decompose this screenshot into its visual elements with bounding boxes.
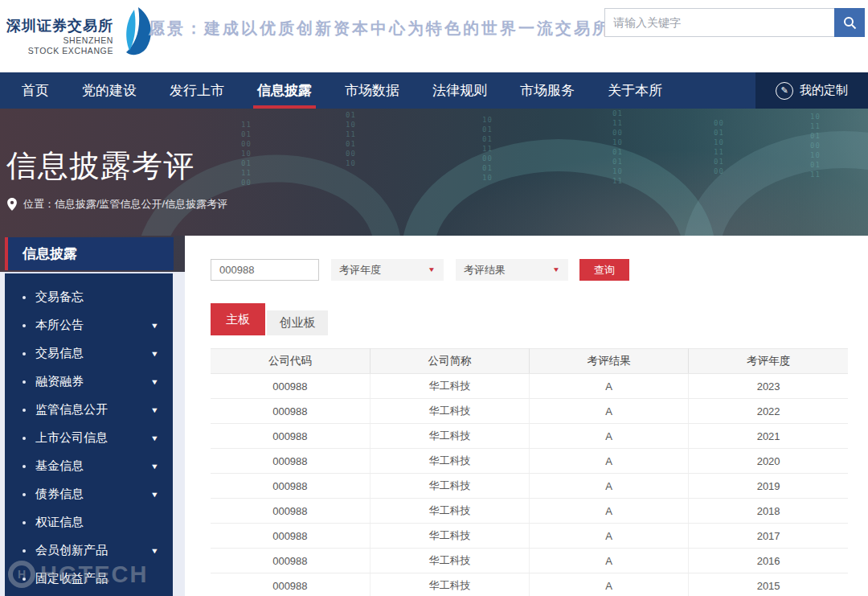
page-title: 信息披露考评 xyxy=(6,146,194,187)
binary-column-decoration: 00 01 10 11 01 00 xyxy=(714,118,724,176)
bullet-dot-icon xyxy=(23,493,26,496)
table-row[interactable]: 000988华工科技A2022 xyxy=(211,399,848,424)
table-cell: 000988 xyxy=(211,424,370,449)
sidebar-item-label: 交易备忘 xyxy=(35,290,84,305)
nav-item[interactable]: 市场数据 xyxy=(345,72,399,109)
sidebar-item[interactable]: 债券信息▼ xyxy=(5,480,173,508)
column-header: 公司代码 xyxy=(211,349,370,374)
main-content: 考评年度 ▼ 考评结果 ▼ 查询 主板创业板 公司代码公司简称考评结果考评年度 … xyxy=(185,236,868,596)
sidebar-item-label: 上市公司信息 xyxy=(35,430,108,446)
evaluation-year-select[interactable]: 考评年度 ▼ xyxy=(331,259,444,281)
sidebar-item[interactable]: 融资融券▼ xyxy=(5,368,173,396)
table-row[interactable]: 000988华工科技A2019 xyxy=(211,474,848,499)
table-row[interactable]: 000988华工科技A2021 xyxy=(211,424,848,449)
bullet-dot-icon xyxy=(23,465,26,468)
sidebar-item[interactable]: 会员创新产品▼ xyxy=(5,536,173,565)
nav-item[interactable]: 法律规则 xyxy=(432,72,487,109)
sidebar-item[interactable]: 监管信息公开▼ xyxy=(5,396,173,424)
search-button[interactable] xyxy=(834,8,865,37)
sidebar: 信息披露 交易备忘本所公告▼交易信息▼融资融券▼监管信息公开▼上市公司信息▼基金… xyxy=(0,236,185,596)
bullet-dot-icon xyxy=(23,352,26,356)
sidebar-item[interactable]: 上市公司信息▼ xyxy=(5,424,173,452)
filter-row: 考评年度 ▼ 考评结果 ▼ 查询 xyxy=(211,259,868,281)
chevron-down-icon: ▼ xyxy=(150,406,159,414)
sidebar-item-label: 本所公告 xyxy=(35,318,84,333)
bullet-dot-icon xyxy=(23,324,26,327)
breadcrumb-text: 位置：信息披露/监管信息公开/信息披露考评 xyxy=(23,197,227,212)
logo-cn-name: 深圳证券交易所 xyxy=(6,18,113,35)
results-table-wrap: 公司代码公司简称考评结果考评年度 000988华工科技A2023000988华工… xyxy=(211,348,848,596)
breadcrumb: 位置：信息披露/监管信息公开/信息披露考评 xyxy=(7,197,227,212)
sidebar-item-label: 债券信息 xyxy=(35,487,84,502)
table-cell: A xyxy=(530,549,689,573)
table-cell: 华工科技 xyxy=(370,573,529,596)
sidebar-item-label: 融资融券 xyxy=(35,374,84,389)
table-cell: A xyxy=(530,573,689,596)
table-row[interactable]: 000988华工科技A2018 xyxy=(211,499,848,524)
table-cell: 000988 xyxy=(211,573,370,596)
sidebar-item-label: 监管信息公开 xyxy=(35,402,108,417)
table-cell: 华工科技 xyxy=(370,474,529,499)
column-header: 公司简称 xyxy=(370,349,529,374)
nav-items: 首页党的建设发行上市信息披露市场数据法律规则市场服务关于本所 xyxy=(22,72,695,109)
sidebar-item[interactable]: 交易信息▼ xyxy=(5,339,173,368)
sidebar-item[interactable]: 权证信息 xyxy=(5,508,173,536)
chevron-down-icon: ▼ xyxy=(150,434,159,442)
table-cell: 000988 xyxy=(211,524,370,549)
nav-item[interactable]: 发行上市 xyxy=(170,72,224,109)
table-cell: 2016 xyxy=(689,549,848,573)
nav-item[interactable]: 市场服务 xyxy=(520,72,575,109)
sidebar-item[interactable]: 交易备忘 xyxy=(5,283,173,311)
location-pin-icon xyxy=(7,198,17,211)
logo-text: 深圳证券交易所 SHENZHEN STOCK EXCHANGE xyxy=(6,6,113,56)
evaluation-year-select-value: 考评年度 xyxy=(339,263,381,277)
column-header: 考评结果 xyxy=(530,349,689,374)
table-cell: 2023 xyxy=(689,374,848,399)
chevron-down-icon: ▼ xyxy=(150,547,159,555)
logo-en-name-line1: SHENZHEN xyxy=(6,35,113,46)
pencil-circle-icon: ✎ xyxy=(776,82,793,100)
query-button[interactable]: 查询 xyxy=(579,259,629,281)
table-cell: A xyxy=(530,499,689,524)
vision-slogan: 愿景：建成以优质创新资本中心为特色的世界一流交易所 xyxy=(149,18,611,39)
sidebar-item[interactable]: 固定收益产品 xyxy=(5,565,173,593)
table-row[interactable]: 000988华工科技A2015 xyxy=(211,573,848,596)
bullet-dot-icon xyxy=(23,549,26,553)
sidebar-item[interactable]: 本所公告▼ xyxy=(5,311,173,339)
binary-column-decoration: 01 10 11 01 00 10 xyxy=(346,110,356,168)
bullet-dot-icon xyxy=(23,380,26,384)
table-cell: 000988 xyxy=(211,549,370,573)
nav-item[interactable]: 党的建设 xyxy=(82,72,137,109)
tab-inactive[interactable]: 创业板 xyxy=(267,310,328,335)
table-cell: 2022 xyxy=(689,399,848,424)
table-row[interactable]: 000988华工科技A2023 xyxy=(211,374,848,399)
logo-en-name-line2: STOCK EXCHANGE xyxy=(6,46,113,56)
sidebar-item-label: 会员创新产品 xyxy=(35,543,108,558)
table-cell: 2018 xyxy=(689,499,848,524)
table-cell: 华工科技 xyxy=(370,374,529,399)
stock-code-input[interactable] xyxy=(211,259,319,281)
table-cell: 000988 xyxy=(211,449,370,474)
my-customization-button[interactable]: ✎ 我的定制 xyxy=(755,72,868,109)
tab-active[interactable]: 主板 xyxy=(211,303,265,335)
nav-item[interactable]: 关于本所 xyxy=(608,72,662,109)
table-cell: A xyxy=(530,424,689,449)
nav-item[interactable]: 首页 xyxy=(22,72,49,109)
my-customization-label: 我的定制 xyxy=(800,83,848,98)
bullet-dot-icon xyxy=(23,409,26,412)
szse-logo[interactable]: 深圳证券交易所 SHENZHEN STOCK EXCHANGE xyxy=(6,6,154,58)
table-row[interactable]: 000988华工科技A2017 xyxy=(211,524,848,549)
chevron-down-icon: ▼ xyxy=(428,266,436,273)
sidebar-menu: 交易备忘本所公告▼交易信息▼融资融券▼监管信息公开▼上市公司信息▼基金信息▼债券… xyxy=(5,272,173,596)
bullet-dot-icon xyxy=(23,521,26,524)
sidebar-item[interactable]: 基金信息▼ xyxy=(5,452,173,480)
evaluation-result-select[interactable]: 考评结果 ▼ xyxy=(456,259,568,281)
table-cell: A xyxy=(530,449,689,474)
search-input[interactable] xyxy=(604,8,834,37)
table-cell: A xyxy=(530,474,689,499)
table-row[interactable]: 000988华工科技A2016 xyxy=(211,549,848,573)
nav-item[interactable]: 信息披露 xyxy=(257,72,312,109)
table-cell: 华工科技 xyxy=(370,499,529,524)
table-row[interactable]: 000988华工科技A2020 xyxy=(211,449,848,474)
chevron-down-icon: ▼ xyxy=(150,462,159,471)
